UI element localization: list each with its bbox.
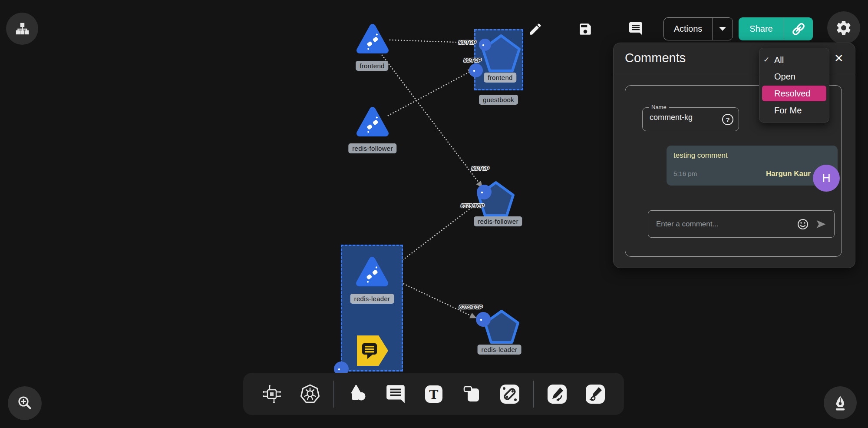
node-label-frontend-service: frontend — [356, 61, 388, 71]
help-icon[interactable]: ? — [722, 114, 733, 125]
edge-port-label: 6379/TCP — [459, 304, 482, 310]
filter-option-open[interactable]: Open — [759, 68, 829, 85]
comment-bubble-icon — [385, 383, 406, 405]
comment-card[interactable]: testing comment 5:16 pm Hargun Kaur H — [667, 146, 838, 186]
filter-option-label: Resolved — [774, 89, 810, 98]
node-label-redis-follower-service: redis-follower — [348, 143, 396, 153]
filter-option-label: Open — [774, 72, 795, 81]
zoom-in-magnifier-icon — [15, 394, 34, 413]
toolbar-divider — [533, 381, 534, 408]
comment-input[interactable] — [648, 220, 794, 229]
app-root: { "header": { "actions_label": "Actions"… — [0, 0, 868, 428]
canvas-comment-marker[interactable] — [356, 335, 390, 368]
comment-author: Hargun Kaur — [766, 169, 811, 178]
edge-redis-follower-redis-leader — [390, 204, 476, 269]
node-service-redis-follower[interactable] — [355, 105, 390, 141]
edge-port-label: 80/TCP — [459, 40, 476, 46]
comment-tool-button[interactable] — [381, 380, 410, 408]
smiley-icon — [797, 218, 809, 230]
node-service-frontend[interactable] — [355, 22, 390, 58]
save-floppy-icon — [578, 22, 593, 36]
comments-filter-menu: ✓ All Open Resolved For Me — [759, 48, 829, 123]
filter-option-for-me[interactable]: For Me — [759, 102, 829, 119]
send-icon — [815, 218, 827, 230]
gear-icon — [835, 19, 852, 36]
edge-port-label: 80/TCP — [464, 57, 482, 63]
connector-tool-button[interactable] — [495, 380, 524, 408]
share-button[interactable]: Share — [739, 17, 813, 40]
kubernetes-icon — [299, 383, 321, 405]
node-label-redis-follower-workload: redis-follower — [474, 216, 522, 226]
edge-port-label: 80/TCP — [472, 166, 489, 172]
actions-dropdown-toggle[interactable] — [713, 18, 733, 40]
node-service-redis-leader[interactable] — [355, 255, 389, 291]
comment-message: testing comment — [673, 151, 728, 160]
pen-nib-icon — [831, 393, 850, 412]
port-circle[interactable] — [469, 63, 483, 80]
node-label-redis-leader-workload: redis-leader — [478, 345, 521, 355]
filter-option-label: For Me — [774, 106, 802, 115]
edge-frontend-redis-follower — [382, 55, 482, 187]
service-triangle-icon — [355, 255, 389, 289]
comment-marker-icon — [356, 335, 390, 367]
toolbar-divider — [333, 381, 334, 408]
draw-arrow-tool-button[interactable] — [543, 380, 571, 408]
node-label-guestbook-pod: frontend — [484, 73, 516, 83]
filter-option-all[interactable]: ✓ All — [759, 52, 829, 68]
comments-panel-title: Comments — [625, 51, 686, 65]
avatar: H — [813, 165, 840, 192]
actions-button[interactable]: Actions — [663, 17, 733, 40]
link-icon — [791, 21, 806, 37]
service-triangle-icon — [355, 22, 390, 56]
pencil-icon — [528, 22, 543, 36]
edge-redis-follower-guestbook — [388, 70, 472, 116]
zoom-button[interactable] — [8, 386, 42, 420]
close-panel-button[interactable]: ✕ — [832, 51, 846, 66]
bottom-toolbar: T — [243, 373, 624, 415]
comment-bubble-icon — [628, 21, 644, 36]
edge-port-label: 6379/TCP — [461, 203, 484, 209]
freehand-tool-button[interactable] — [581, 380, 610, 408]
frame-tool-button[interactable] — [457, 380, 486, 408]
settings-button[interactable] — [827, 11, 860, 44]
emoji-button[interactable] — [794, 216, 812, 233]
service-triangle-icon — [355, 105, 390, 139]
filter-option-resolved[interactable]: Resolved — [762, 86, 826, 101]
text-icon: T — [423, 383, 445, 405]
text-tool-glyph: T — [429, 388, 438, 402]
chain-link-icon — [498, 383, 521, 405]
copy-link-button[interactable] — [784, 17, 813, 40]
hierarchy-icon — [13, 20, 31, 37]
text-tool-button[interactable]: T — [419, 380, 448, 408]
name-field-label: Name — [649, 104, 669, 110]
pen-squiggle-icon — [584, 383, 607, 405]
port-circle[interactable] — [476, 184, 492, 202]
chevron-down-icon — [719, 27, 726, 31]
share-button-label: Share — [739, 17, 784, 40]
comment-name-field[interactable]: Name ? — [642, 107, 739, 131]
shapes-tool-button[interactable] — [343, 380, 372, 408]
check-icon: ✓ — [763, 52, 769, 68]
pen-tool-button[interactable] — [824, 386, 857, 419]
comment-timestamp: 5:16 pm — [673, 170, 697, 177]
chip-icon — [261, 383, 283, 405]
filter-option-label: All — [774, 55, 784, 65]
name-input[interactable] — [650, 113, 715, 122]
hierarchy-view-button[interactable] — [6, 13, 38, 45]
save-button[interactable] — [576, 20, 595, 39]
node-label-redis-leader-service: redis-leader — [350, 294, 394, 304]
port-circle[interactable] — [475, 312, 491, 329]
edit-mode-button[interactable] — [526, 20, 545, 39]
send-comment-button[interactable] — [812, 216, 831, 233]
pen-arrow-icon — [546, 383, 568, 405]
shapes-icon — [346, 383, 369, 405]
port-circle[interactable] — [479, 38, 492, 53]
comments-toggle-button[interactable] — [626, 19, 645, 38]
comment-composer — [648, 210, 835, 238]
node-label-guestbook: guestbook — [479, 95, 518, 105]
edge-redis-leader-workload — [393, 279, 474, 317]
architecture-tool-button[interactable] — [257, 380, 286, 408]
actions-button-label: Actions — [664, 18, 712, 40]
kubernetes-tool-button[interactable] — [296, 380, 324, 408]
sticky-note-icon — [460, 383, 483, 405]
